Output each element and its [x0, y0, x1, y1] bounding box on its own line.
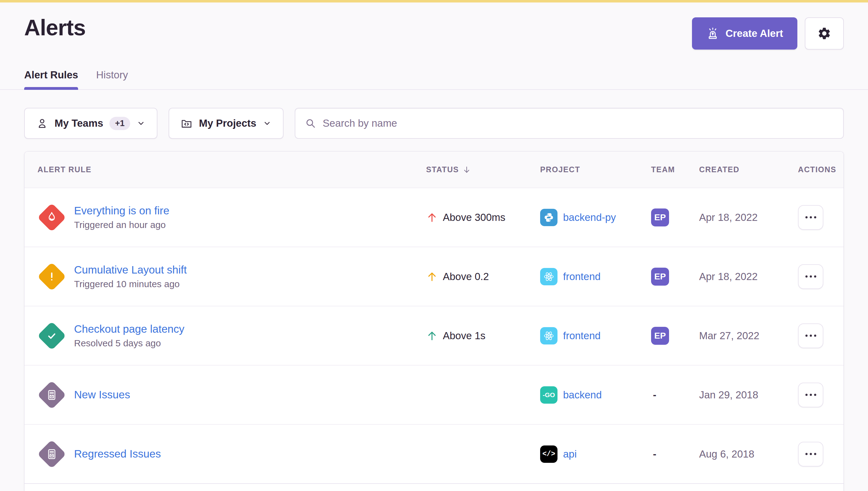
code-platform-icon: </> [540, 445, 558, 463]
tab-alert-rules[interactable]: Alert Rules [24, 69, 78, 89]
issues-list-icon [45, 388, 58, 402]
created-date: Apr 18, 2022 [699, 211, 787, 223]
column-header-created: CREATED [699, 165, 787, 174]
created-date: Apr 18, 2022 [699, 271, 787, 283]
alert-type-warning-icon [37, 262, 66, 291]
projects-filter-label: My Projects [199, 117, 256, 129]
teams-filter-dropdown[interactable]: My Teams +1 [24, 108, 158, 139]
table-row: Everything is on fire Triggered an hour … [25, 188, 843, 247]
checkmark-icon [45, 329, 59, 343]
team-empty-value: - [651, 448, 656, 460]
environment-banner-strip [0, 0, 868, 2]
header-actions: Create Alert [692, 17, 844, 50]
search-icon [305, 117, 316, 129]
alert-type-resolved-icon [37, 321, 66, 351]
table-row: Regressed Issues </> api - Aug 6, 2018 [25, 425, 843, 484]
row-actions-button[interactable] [798, 323, 823, 348]
alert-rule-subtitle: Triggered 10 minutes ago [74, 279, 187, 289]
column-header-actions: ACTIONS [787, 165, 843, 174]
alert-settings-button[interactable] [805, 17, 844, 50]
table-row: New Issues -GO backend - Jan 29, 2018 [25, 366, 843, 425]
alert-type-critical-icon [37, 203, 66, 232]
table-row: Cumulative Layout shift Triggered 10 min… [25, 247, 843, 307]
react-platform-icon [540, 268, 558, 285]
status-text: Above 300ms [443, 211, 505, 223]
alert-rule-link[interactable]: Cumulative Layout shift [74, 264, 187, 276]
created-date: Mar 27, 2022 [699, 330, 787, 342]
table-row: Checkout page latency Resolved 5 days ag… [25, 307, 843, 366]
folder-code-icon [180, 117, 193, 129]
row-actions-button[interactable] [798, 205, 823, 230]
team-badge: EP [651, 327, 669, 345]
team-empty-value: - [651, 389, 656, 401]
project-link[interactable]: backend [563, 389, 602, 401]
issues-list-icon [45, 447, 58, 461]
filter-bar: My Teams +1 My Projects [24, 108, 844, 139]
table-header-row: ALERT RULE STATUS PROJECT TEAM CREATED A… [25, 151, 843, 188]
tab-bar: Alert Rules History [0, 69, 868, 90]
project-link[interactable]: frontend [563, 271, 600, 283]
alert-rule-link[interactable]: New Issues [74, 388, 130, 401]
go-platform-icon: -GO [540, 386, 558, 404]
create-alert-button[interactable]: Create Alert [692, 17, 797, 50]
gear-icon [817, 26, 832, 40]
search-container [295, 108, 844, 139]
projects-filter-dropdown[interactable]: My Projects [169, 108, 284, 139]
teams-filter-label: My Teams [55, 117, 103, 129]
tab-history[interactable]: History [96, 69, 128, 89]
chevron-down-icon [136, 119, 146, 128]
chevron-down-icon [262, 119, 272, 128]
team-badge: EP [651, 268, 669, 286]
user-icon [36, 117, 48, 129]
column-header-project: PROJECT [540, 165, 651, 174]
row-actions-button[interactable] [798, 382, 823, 407]
search-input[interactable] [323, 117, 834, 129]
project-link[interactable]: backend-py [563, 211, 616, 223]
column-header-team: TEAM [651, 165, 699, 174]
row-actions-button[interactable] [798, 442, 823, 466]
alert-rule-subtitle: Triggered an hour ago [74, 220, 169, 230]
exclamation-icon [45, 270, 59, 284]
arrow-up-icon [426, 330, 438, 342]
project-link[interactable]: api [563, 448, 577, 460]
row-actions-button[interactable] [798, 264, 823, 289]
python-platform-icon [540, 209, 558, 226]
react-platform-icon [540, 327, 558, 344]
alert-rule-link[interactable]: Checkout page latency [74, 323, 185, 335]
status-text: Above 1s [443, 330, 485, 342]
column-header-status[interactable]: STATUS [422, 165, 540, 174]
fire-icon [45, 211, 59, 224]
arrow-up-icon [426, 271, 438, 283]
alert-rules-table: ALERT RULE STATUS PROJECT TEAM CREATED A… [24, 151, 844, 491]
alert-rule-link[interactable]: Regressed Issues [74, 447, 161, 460]
project-link[interactable]: frontend [563, 330, 600, 342]
page-header: Alerts Create Alert [24, 16, 844, 50]
sort-descending-icon [462, 165, 471, 174]
arrow-up-icon [426, 211, 438, 223]
alerts-page: Alerts Create Alert [0, 16, 868, 491]
status-text: Above 0.2 [443, 271, 489, 283]
alert-type-issue-icon [37, 439, 66, 469]
create-alert-label: Create Alert [725, 28, 783, 39]
team-badge: EP [651, 208, 669, 227]
alert-type-issue-icon [37, 380, 66, 410]
page-title: Alerts [24, 16, 86, 40]
siren-icon [706, 27, 719, 40]
created-date: Aug 6, 2018 [699, 448, 787, 460]
column-header-alert-rule: ALERT RULE [25, 165, 422, 174]
alert-rule-link[interactable]: Everything is on fire [74, 204, 169, 217]
alert-rule-subtitle: Resolved 5 days ago [74, 338, 185, 348]
created-date: Jan 29, 2018 [699, 389, 787, 401]
teams-count-badge: +1 [109, 117, 130, 130]
